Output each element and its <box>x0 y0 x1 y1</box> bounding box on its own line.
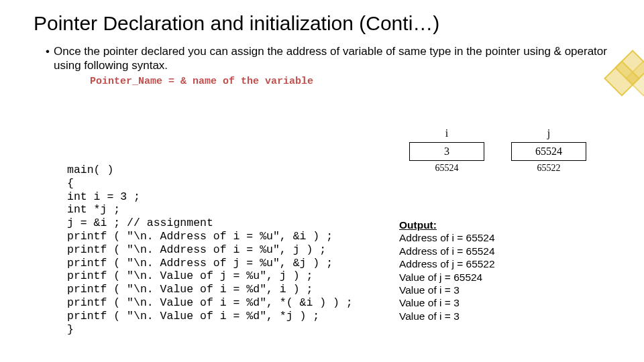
mem-col-i: i 3 65524 <box>409 127 484 174</box>
bullet-marker: • <box>46 45 54 58</box>
output-header: Output: <box>399 219 495 231</box>
mem-addr-i: 65524 <box>435 163 459 174</box>
slide-bullet: •Once the pointer declared you can assig… <box>34 44 610 73</box>
output-line: Value of i = 3 <box>399 296 495 309</box>
decorative-diamonds <box>609 55 644 95</box>
output-line: Address of i = 65524 <box>399 245 495 257</box>
mem-val-i: 3 <box>444 145 449 158</box>
bullet-text: Once the pointer declared you can assign… <box>54 45 607 72</box>
mem-val-j: 65524 <box>535 145 562 158</box>
output-line: Address of j = 65522 <box>399 257 495 270</box>
mem-box-j: 65524 <box>511 142 586 161</box>
slide-title: Pointer Declaration and initialization (… <box>34 12 610 35</box>
mem-col-j: j 65524 65522 <box>511 127 586 174</box>
output-line: Value of i = 3 <box>399 284 495 296</box>
mem-addr-j: 65522 <box>537 163 561 174</box>
slide: Pointer Declaration and initialization (… <box>0 0 644 362</box>
output-line: Value of i = 3 <box>399 310 495 322</box>
syntax-line: Pointer_Name = & name of the variable <box>90 76 610 87</box>
mem-var-i: i <box>445 127 448 139</box>
output-line: Value of j = 65524 <box>399 271 495 284</box>
mem-var-j: j <box>547 127 550 139</box>
code-block: main( ) { int i = 3 ; int *j ; j = &i ; … <box>67 164 353 336</box>
memory-diagram: i 3 65524 j 65524 65522 <box>396 127 624 174</box>
output-block: Output: Address of i = 65524 Address of … <box>399 219 495 322</box>
mem-box-i: 3 <box>409 142 484 161</box>
output-line: Address of i = 65524 <box>399 231 495 244</box>
